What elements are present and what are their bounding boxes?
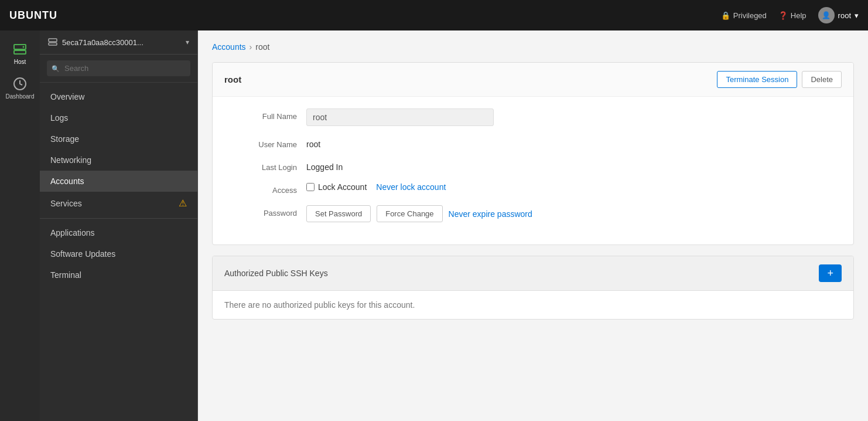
host-icon (13, 42, 27, 56)
terminal-label: Terminal (50, 270, 81, 280)
sidebar-item-services[interactable]: Services ⚠ (40, 192, 197, 215)
username-row: User Name root (227, 137, 839, 149)
sidebar: 5eca71a0aa8cc30001... ▾ Overview Logs St… (40, 30, 198, 421)
username-display: root (838, 11, 851, 20)
content-area: Accounts › root root Terminate Session D… (198, 30, 868, 421)
delete-button[interactable]: Delete (802, 71, 842, 88)
dashboard-icon (13, 77, 27, 91)
add-ssh-key-button[interactable]: + (819, 264, 842, 282)
sidebar-search-area (40, 55, 197, 83)
sidebar-item-applications[interactable]: Applications (40, 222, 197, 243)
lock-icon: 🔒 (721, 11, 730, 20)
privileged-label: Privileged (733, 11, 767, 20)
main-layout: Host Dashboard 5eca71a0aa8cc30001... ▾ (0, 30, 868, 421)
svg-rect-4 (49, 39, 57, 42)
topbar: UBUNTU 🔒 Privileged ❓ Help 👤 root ▾ (0, 0, 868, 30)
sidebar-item-logs[interactable]: Logs (40, 107, 197, 128)
icon-bar: Host Dashboard (0, 30, 40, 421)
logs-label: Logs (50, 113, 68, 123)
storage-label: Storage (50, 134, 79, 144)
breadcrumb: Accounts › root (212, 42, 854, 52)
sidebar-item-dashboard[interactable]: Dashboard (0, 71, 40, 106)
last-login-row: Last Login Logged In (227, 159, 839, 172)
sidebar-item-terminal[interactable]: Terminal (40, 264, 197, 286)
password-controls: Set Password Force Change Never expire p… (306, 205, 532, 222)
set-password-button[interactable]: Set Password (306, 205, 371, 222)
lock-account-label: Lock Account (318, 182, 367, 192)
access-row: Access Lock Account Never lock account (227, 182, 839, 195)
user-dropdown-icon: ▾ (855, 11, 859, 20)
username-label: User Name (227, 137, 297, 149)
account-card-body: Full Name User Name root Last Login Logg… (213, 97, 853, 245)
force-change-button[interactable]: Force Change (377, 205, 442, 222)
user-menu[interactable]: 👤 root ▾ (818, 7, 859, 23)
never-lock-link[interactable]: Never lock account (376, 182, 446, 192)
software-updates-label: Software Updates (50, 249, 115, 259)
host-selector-label: 5eca71a0aa8cc30001... (62, 38, 181, 47)
sidebar-item-storage[interactable]: Storage (40, 128, 197, 150)
terminate-session-button[interactable]: Terminate Session (717, 71, 797, 88)
topbar-right: 🔒 Privileged ❓ Help 👤 root ▾ (721, 7, 859, 23)
search-wrap (47, 60, 190, 76)
help-label: Help (791, 11, 807, 20)
ssh-card-title: Authorized Public SSH Keys (224, 269, 328, 278)
accounts-label: Accounts (50, 176, 84, 186)
sidebar-divider (40, 218, 197, 219)
account-card-title: root (224, 74, 241, 84)
account-card: root Terminate Session Delete Full Name … (212, 62, 854, 245)
host-selector-dropdown-icon: ▾ (186, 38, 189, 46)
sidebar-item-networking[interactable]: Networking (40, 150, 197, 171)
svg-rect-5 (49, 43, 57, 45)
services-label: Services (50, 199, 82, 208)
search-input[interactable] (47, 60, 190, 76)
access-controls: Lock Account Never lock account (306, 182, 446, 192)
ssh-empty-message: There are no authorized public keys for … (213, 291, 853, 319)
card-actions: Terminate Session Delete (717, 71, 842, 88)
sidebar-item-software-updates[interactable]: Software Updates (40, 243, 197, 264)
services-warning-icon: ⚠ (179, 198, 187, 209)
host-selector[interactable]: 5eca71a0aa8cc30001... ▾ (40, 30, 197, 55)
overview-label: Overview (50, 92, 84, 101)
last-login-value: Logged In (306, 159, 343, 172)
app-brand: UBUNTU (9, 9, 721, 22)
privileged-indicator: 🔒 Privileged (721, 11, 767, 20)
sidebar-item-overview[interactable]: Overview (40, 86, 197, 107)
access-label: Access (227, 182, 297, 195)
password-label: Password (227, 205, 297, 218)
applications-label: Applications (50, 228, 95, 237)
host-label: Host (14, 59, 26, 65)
lock-account-checkbox-label[interactable]: Lock Account (306, 182, 367, 192)
full-name-row: Full Name (227, 108, 839, 126)
help-button[interactable]: ❓ Help (778, 11, 807, 20)
avatar: 👤 (818, 7, 835, 23)
sidebar-item-accounts[interactable]: Accounts (40, 171, 197, 192)
ssh-card: Authorized Public SSH Keys + There are n… (212, 256, 854, 320)
dashboard-label: Dashboard (6, 93, 35, 100)
svg-point-2 (23, 46, 25, 48)
lock-account-checkbox[interactable] (306, 183, 315, 191)
help-circle-icon: ❓ (778, 11, 788, 20)
breadcrumb-separator: › (250, 42, 252, 52)
full-name-label: Full Name (227, 108, 297, 121)
never-expire-password-link[interactable]: Never expire password (449, 209, 532, 219)
password-row: Password Set Password Force Change Never… (227, 205, 839, 222)
username-value: root (306, 137, 320, 149)
ssh-card-header: Authorized Public SSH Keys + (213, 256, 853, 291)
networking-label: Networking (50, 155, 91, 165)
svg-rect-1 (14, 50, 26, 54)
full-name-input[interactable] (306, 108, 494, 126)
host-selector-icon (48, 38, 57, 47)
last-login-label: Last Login (227, 159, 297, 172)
breadcrumb-accounts-link[interactable]: Accounts (212, 42, 246, 52)
sidebar-nav: Overview Logs Storage Networking Account… (40, 83, 197, 421)
breadcrumb-current: root (255, 42, 269, 52)
account-card-header: root Terminate Session Delete (213, 63, 853, 97)
sidebar-item-host[interactable]: Host (0, 36, 40, 71)
